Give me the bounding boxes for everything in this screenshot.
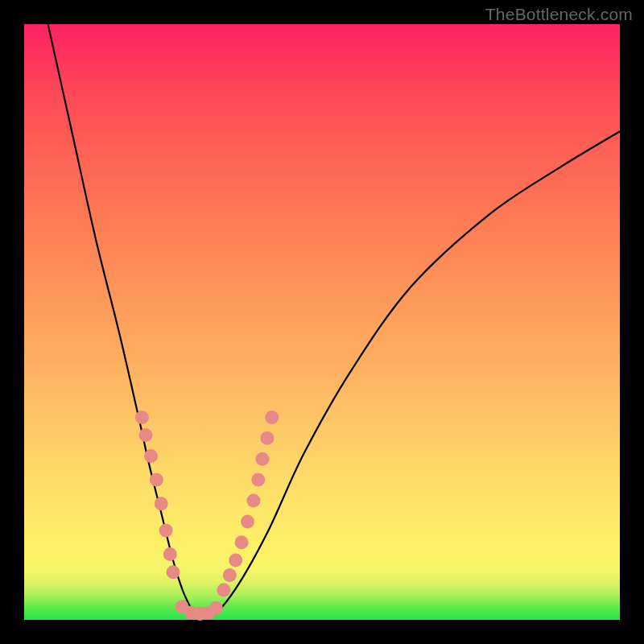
bead-marker xyxy=(251,473,265,487)
bead-marker xyxy=(163,547,177,561)
bead-marker xyxy=(223,568,237,582)
bead-marker xyxy=(260,431,274,445)
bead-marker xyxy=(144,449,158,463)
bead-marker xyxy=(265,411,279,424)
bead-marker xyxy=(159,524,173,538)
bead-marker xyxy=(217,584,230,597)
bead-marker xyxy=(241,514,254,528)
bead-marker xyxy=(246,494,260,508)
chart-frame: TheBottleneck.com xyxy=(0,0,644,644)
bead-group xyxy=(135,411,279,621)
curve-svg xyxy=(24,24,620,620)
bead-marker xyxy=(167,565,180,579)
bead-marker xyxy=(229,554,242,568)
watermark-text: TheBottleneck.com xyxy=(485,5,633,24)
plot-area xyxy=(24,24,620,620)
bead-marker xyxy=(209,601,223,615)
bead-marker xyxy=(235,535,249,549)
bottleneck-curve xyxy=(48,24,620,617)
bead-marker xyxy=(150,473,163,487)
bead-marker xyxy=(135,411,149,424)
bead-marker xyxy=(256,452,270,466)
bead-marker xyxy=(155,497,168,510)
bead-marker xyxy=(139,428,153,442)
